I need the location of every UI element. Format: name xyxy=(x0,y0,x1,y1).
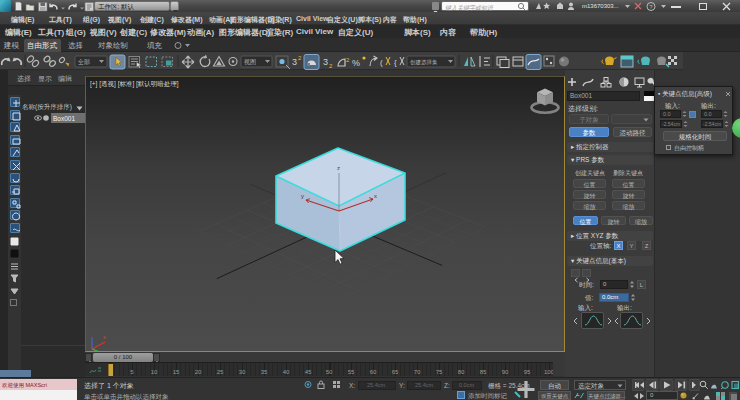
svg-text:z: z xyxy=(337,165,340,171)
svg-text:x: x xyxy=(374,193,377,199)
svg-text:3: 3 xyxy=(323,57,328,67)
svg-text:%: % xyxy=(352,58,360,68)
svg-text:(: ( xyxy=(380,58,383,67)
svg-text:创建选择集: 创建选择集 xyxy=(410,59,438,66)
svg-text:2: 2 xyxy=(298,55,302,61)
svg-text:?: ? xyxy=(649,4,653,10)
svg-text:x: x xyxy=(103,334,106,340)
svg-text:视图: 视图 xyxy=(244,58,256,66)
svg-text:全部: 全部 xyxy=(77,58,90,66)
svg-text:2: 2 xyxy=(346,57,350,63)
svg-text:y: y xyxy=(301,193,304,199)
svg-text:{: { xyxy=(394,58,397,67)
svg-text:2: 2 xyxy=(329,63,333,69)
svg-text:3: 3 xyxy=(292,57,297,67)
